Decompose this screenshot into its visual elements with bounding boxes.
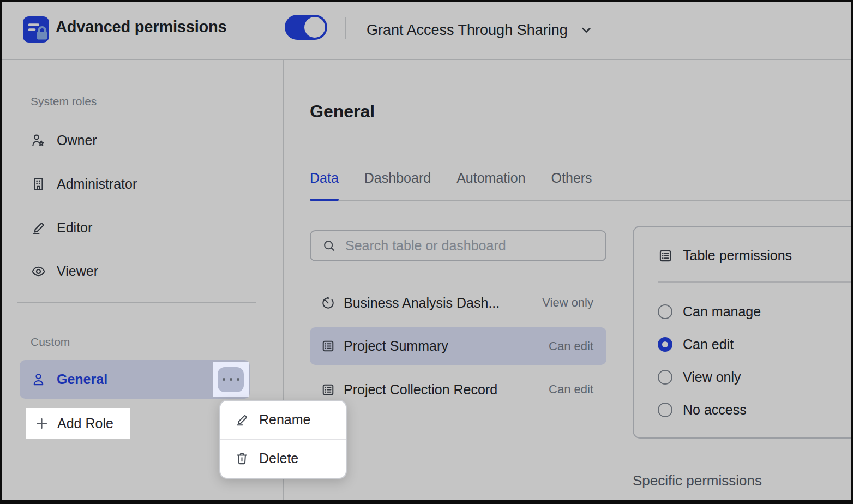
role-more-button[interactable]: [218, 367, 244, 392]
more-button-spotlight: [213, 362, 249, 397]
add-role-button[interactable]: Add Role: [26, 408, 130, 439]
trash-icon: [235, 451, 249, 466]
menu-item-delete[interactable]: Delete: [220, 440, 346, 477]
add-role-label: Add Role: [57, 416, 113, 431]
menu-item-rename[interactable]: Rename: [220, 401, 346, 439]
menu-item-label: Rename: [259, 412, 311, 428]
more-ellipsis-icon: [223, 378, 225, 381]
pencil-icon: [235, 412, 249, 427]
advanced-permissions-panel: Advanced permissions Grant Access Throug…: [0, 0, 853, 504]
menu-item-label: Delete: [259, 451, 298, 466]
plus-icon: [34, 416, 49, 431]
role-context-menu: Rename Delete: [219, 400, 347, 479]
